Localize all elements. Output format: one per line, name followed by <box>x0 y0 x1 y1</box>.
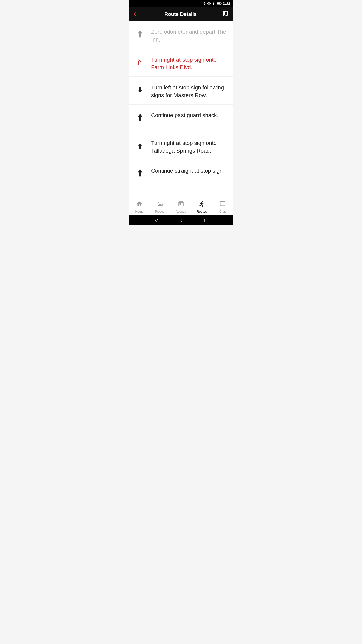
route-step-4: Continue past guard shack. <box>129 105 233 132</box>
routes-icon <box>199 200 205 209</box>
svg-rect-2 <box>221 3 221 4</box>
step-1-icon <box>134 28 146 39</box>
nav-item-routes[interactable]: Routes <box>191 200 212 213</box>
route-step-2: Turn right at stop sign onto Farm Links … <box>129 49 233 77</box>
route-step-6: Continue straight at stop sign <box>129 160 233 188</box>
status-bar: 3:28 <box>129 0 233 7</box>
step-6-text: Continue straight at stop sign <box>151 167 228 175</box>
header: Route Details <box>129 7 233 21</box>
bottom-nav: Home Product Agenda Routes <box>129 197 233 215</box>
product-icon <box>157 200 163 209</box>
step-6-icon <box>134 167 146 178</box>
header-title: Route Details <box>164 11 197 17</box>
route-step-1: Zero odometer and depart The Inn. <box>129 21 233 49</box>
svg-rect-1 <box>217 3 220 4</box>
signal-icon <box>212 2 215 6</box>
step-2-text: Turn right at stop sign onto Farm Links … <box>151 56 228 72</box>
nav-item-home[interactable]: Home <box>129 200 150 213</box>
step-3-icon <box>134 84 146 96</box>
chat-icon <box>219 200 226 209</box>
nav-label-agenda: Agenda <box>176 210 186 213</box>
nav-label-product: Product <box>155 210 165 213</box>
back-button[interactable] <box>133 11 139 17</box>
nav-label-home: Home <box>135 210 143 213</box>
android-nav-bar: ◁ ○ □ <box>129 215 233 225</box>
location-icon <box>203 2 206 6</box>
vibrate-icon <box>207 2 211 6</box>
nav-item-chat[interactable]: Chat <box>212 200 233 213</box>
home-icon <box>136 200 143 209</box>
step-5-icon <box>134 139 146 151</box>
route-step-5: Turn right at stop sign onto Talladega S… <box>129 132 233 160</box>
battery-icon <box>217 2 222 5</box>
nav-item-product[interactable]: Product <box>150 200 171 213</box>
route-step-3: Turn left at stop sign following signs f… <box>129 77 233 105</box>
step-4-icon <box>134 112 146 123</box>
step-3-text: Turn left at stop sign following signs f… <box>151 84 228 99</box>
step-4-text: Continue past guard shack. <box>151 112 228 119</box>
step-5-text: Turn right at stop sign onto Talladega S… <box>151 139 228 155</box>
map-icon[interactable] <box>222 10 229 18</box>
route-steps-content: Zero odometer and depart The Inn. Turn r… <box>129 21 233 197</box>
nav-label-chat: Chat <box>219 210 226 213</box>
android-home[interactable]: ○ <box>180 218 183 223</box>
android-recents[interactable]: □ <box>204 218 207 223</box>
step-1-text: Zero odometer and depart The Inn. <box>151 28 228 44</box>
step-2-icon <box>134 56 146 67</box>
nav-label-routes: Routes <box>197 210 207 213</box>
status-icons: 3:28 <box>203 2 230 6</box>
agenda-icon <box>178 200 184 209</box>
android-back[interactable]: ◁ <box>155 218 158 223</box>
nav-item-agenda[interactable]: Agenda <box>171 200 192 213</box>
status-time: 3:28 <box>223 2 230 6</box>
